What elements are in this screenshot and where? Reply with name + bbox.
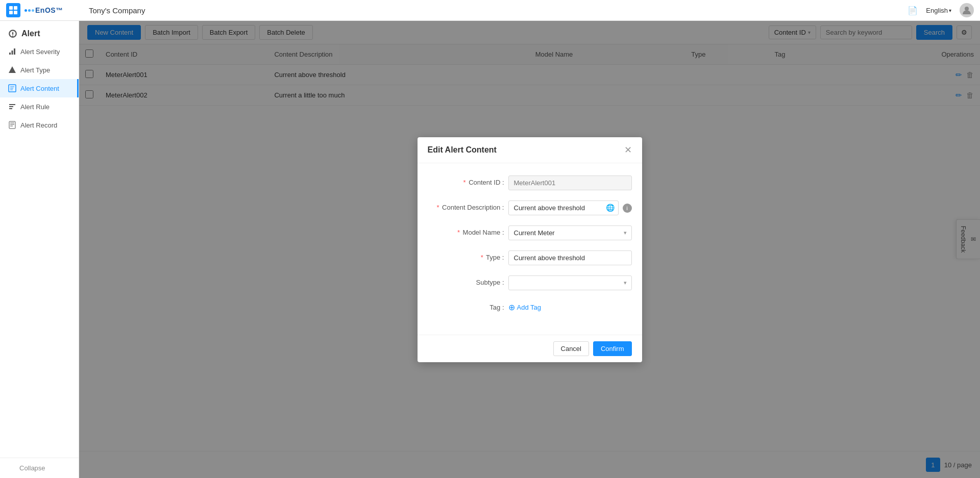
svg-rect-2 [9, 11, 13, 14]
sidebar-section-title: Alert [0, 21, 79, 42]
modal-title: Edit Alert Content [428, 145, 497, 155]
sidebar-item-alert-type[interactable]: Alert Type [0, 61, 79, 79]
edit-alert-content-modal: Edit Alert Content ✕ * Content ID : [418, 137, 642, 362]
content-desc-input[interactable] [508, 200, 619, 215]
svg-point-4 [965, 7, 969, 11]
sidebar-collapse-label: Collapse [19, 464, 45, 472]
sidebar-item-label: Alert Type [20, 66, 50, 74]
type-row: * Type : [428, 250, 632, 265]
modal-close-button[interactable]: ✕ [624, 145, 632, 155]
header-right: 📄 English ▾ [908, 3, 974, 17]
user-avatar[interactable] [960, 3, 974, 17]
modal-footer: Cancel Confirm [418, 335, 642, 362]
content-id-input[interactable] [508, 175, 632, 190]
svg-rect-1 [14, 6, 17, 10]
content-id-label: * Content ID : [428, 175, 504, 186]
brand-dots [24, 9, 34, 12]
model-name-select-wrapper: Current Meter [508, 225, 632, 240]
type-label: * Type : [428, 250, 504, 261]
subtype-select[interactable] [508, 275, 632, 290]
brand-name: EnOS™ [35, 6, 63, 14]
content-desc-label: * Content Description : [428, 200, 504, 211]
type-input[interactable] [508, 250, 632, 265]
content-id-field [508, 175, 632, 190]
brand-logo: EnOS™ [24, 6, 63, 14]
sidebar-title-text: Alert [21, 29, 40, 38]
sidebar-collapse-btn[interactable]: Collapse [8, 464, 70, 472]
modal-overlay[interactable]: Edit Alert Content ✕ * Content ID : [79, 21, 980, 478]
svg-rect-6 [12, 51, 13, 55]
sidebar-item-label: Alert Rule [20, 103, 50, 111]
sidebar-item-label: Alert Severity [20, 48, 60, 56]
sidebar: Alert Alert Severity Alert Type A [0, 21, 79, 478]
subtype-row: Subtype : [428, 275, 632, 290]
header: EnOS™ Tony's Company 📄 English ▾ [0, 0, 980, 21]
sidebar-bottom: Collapse [0, 458, 79, 478]
main-layout: Alert Alert Severity Alert Type A [0, 21, 980, 478]
content-id-row: * Content ID : [428, 175, 632, 190]
add-tag-button[interactable]: ⊕ Add Tag [508, 300, 541, 312]
info-icon[interactable]: i [623, 204, 632, 213]
subtype-select-wrapper [508, 275, 632, 290]
cancel-button[interactable]: Cancel [553, 341, 589, 356]
sidebar-item-label: Alert Record [20, 121, 57, 129]
sidebar-item-alert-rule[interactable]: Alert Rule [0, 97, 79, 116]
sidebar-item-alert-content[interactable]: Alert Content [0, 79, 79, 97]
model-name-label: * Model Name : [428, 225, 504, 236]
confirm-button[interactable]: Confirm [593, 341, 632, 356]
company-name: Tony's Company [89, 6, 901, 15]
tag-label: Tag : [428, 300, 504, 311]
content-desc-row: * Content Description : 🌐 i [428, 200, 632, 215]
tag-row: Tag : ⊕ Add Tag [428, 300, 632, 312]
sidebar-item-alert-record[interactable]: Alert Record [0, 116, 79, 134]
modal-header: Edit Alert Content ✕ [418, 137, 642, 163]
subtype-label: Subtype : [428, 275, 504, 286]
document-icon[interactable]: 📄 [908, 6, 918, 15]
app-grid-icon[interactable] [6, 3, 20, 17]
translate-icon[interactable]: 🌐 [606, 204, 615, 212]
svg-rect-0 [9, 6, 13, 10]
svg-rect-5 [9, 53, 11, 55]
model-name-select[interactable]: Current Meter [508, 225, 632, 240]
content-desc-wrapper: 🌐 [508, 200, 619, 215]
content-area: New Content Batch Import Batch Export Ba… [79, 21, 980, 478]
svg-rect-7 [14, 48, 15, 55]
sidebar-item-label: Alert Content [20, 85, 59, 92]
language-selector[interactable]: English ▾ [926, 7, 951, 14]
sidebar-nav: Alert Severity Alert Type Alert Content [0, 42, 79, 458]
model-name-row: * Model Name : Current Meter [428, 225, 632, 240]
modal-body: * Content ID : * Content Description : [418, 163, 642, 335]
logo: EnOS™ [6, 3, 83, 17]
svg-rect-3 [14, 11, 17, 14]
sidebar-item-alert-severity[interactable]: Alert Severity [0, 42, 79, 61]
type-field [508, 250, 632, 265]
